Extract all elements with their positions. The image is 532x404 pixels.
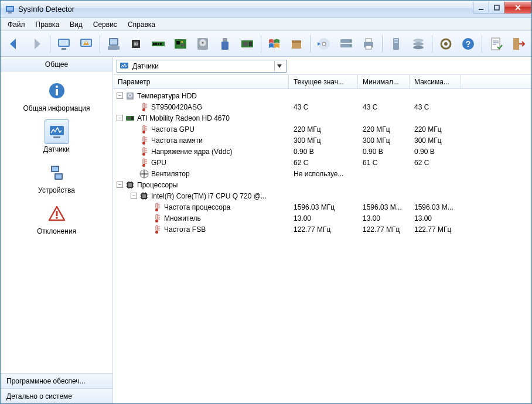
cell-max: 1596.03 М... bbox=[410, 203, 461, 211]
menu-help[interactable]: Справка bbox=[123, 19, 160, 30]
tree-group[interactable]: −Процессоры bbox=[113, 179, 531, 190]
tree-item[interactable]: Частота GPU220 МГц220 МГц220 МГц bbox=[113, 124, 531, 135]
tree-item[interactable]: Множитель13.0013.0013.00 bbox=[113, 213, 531, 224]
cell-cur: 122.77 МГц bbox=[289, 225, 358, 234]
tool-stack-icon[interactable] bbox=[408, 33, 428, 54]
tool-hdd-icon[interactable] bbox=[193, 33, 213, 54]
cell-max: 62 C bbox=[410, 159, 461, 167]
toggle-collapse[interactable]: − bbox=[117, 115, 123, 121]
svg-point-41 bbox=[350, 45, 351, 46]
tool-computer-icon[interactable] bbox=[104, 33, 124, 54]
tree-item[interactable]: Частота процессора1596.03 МГц1596.03 М..… bbox=[113, 201, 531, 213]
menu-service[interactable]: Сервис bbox=[88, 19, 122, 30]
sensor-tree[interactable]: −Температура HDDST9500420ASG43 C43 C43 C… bbox=[113, 89, 531, 403]
tree-group[interactable]: −ATI Mobility Radeon HD 4670 bbox=[113, 112, 531, 124]
cell-cur: 300 МГц bbox=[289, 136, 358, 145]
svg-point-71 bbox=[129, 95, 131, 96]
maximize-button[interactable] bbox=[489, 2, 505, 13]
toggle-collapse[interactable]: − bbox=[117, 182, 123, 188]
tool-cd-icon[interactable] bbox=[314, 33, 334, 54]
sidebar-item-devices[interactable]: Устройства bbox=[1, 158, 112, 198]
svg-rect-19 bbox=[155, 43, 157, 45]
toolbar-separator bbox=[382, 35, 383, 53]
tool-drives-icon[interactable] bbox=[336, 33, 356, 54]
cpu-icon bbox=[139, 191, 149, 201]
menu-file[interactable]: Файл bbox=[3, 19, 30, 30]
svg-rect-23 bbox=[176, 41, 180, 44]
menu-view[interactable]: Вид bbox=[65, 19, 87, 30]
tool-settings-icon[interactable] bbox=[436, 33, 456, 54]
tool-windows-icon[interactable] bbox=[264, 33, 284, 54]
cell-max: 220 МГц bbox=[410, 125, 461, 133]
tool-printers-icon[interactable] bbox=[359, 33, 378, 54]
svg-rect-10 bbox=[86, 42, 87, 43]
tree-item[interactable]: ВентиляторНе используе... bbox=[113, 168, 531, 179]
hdd-icon bbox=[125, 91, 135, 101]
row-label: Процессоры bbox=[137, 181, 178, 189]
minimize-button[interactable] bbox=[473, 2, 489, 13]
tree-group[interactable]: −Температура HDD bbox=[113, 90, 531, 101]
tool-server-icon[interactable] bbox=[386, 33, 406, 54]
tree-item[interactable]: ST9500420ASG43 C43 C43 C bbox=[113, 101, 531, 112]
tool-board-icon[interactable] bbox=[170, 33, 190, 54]
sidebar-footer-details[interactable]: Детально о системе bbox=[1, 388, 112, 403]
column-current[interactable]: Текущее знач... bbox=[289, 75, 358, 88]
svg-rect-91 bbox=[156, 203, 158, 209]
cell-max: 300 МГц bbox=[410, 136, 461, 145]
svg-rect-20 bbox=[158, 43, 159, 45]
svg-point-86 bbox=[144, 173, 145, 174]
column-param[interactable]: Параметр bbox=[113, 75, 289, 88]
toggle-collapse[interactable]: − bbox=[117, 93, 123, 99]
column-min[interactable]: Минимал... bbox=[358, 75, 410, 88]
sidebar-item-deviations[interactable]: Отклонения bbox=[1, 199, 112, 239]
column-max[interactable]: Максима... bbox=[410, 75, 461, 88]
sidebar-header: Общее bbox=[1, 57, 112, 71]
svg-rect-2 bbox=[8, 12, 12, 13]
temp-icon bbox=[139, 125, 149, 134]
svg-point-28 bbox=[202, 42, 203, 43]
sidebar-item-sensors[interactable]: Датчики bbox=[1, 117, 112, 157]
sensors-icon bbox=[47, 122, 66, 141]
svg-rect-83 bbox=[143, 159, 145, 165]
close-button[interactable] bbox=[504, 2, 531, 13]
tool-help-icon[interactable]: ? bbox=[458, 33, 478, 54]
temp-icon bbox=[152, 225, 162, 234]
tree-group[interactable]: −Intel(R) Core(TM) i7 CPU Q 720 @... bbox=[113, 190, 531, 201]
svg-rect-93 bbox=[156, 214, 158, 220]
svg-rect-3 bbox=[479, 9, 483, 10]
menu-edit[interactable]: Правка bbox=[31, 19, 64, 30]
toolbar-separator bbox=[261, 35, 261, 53]
category-combo[interactable]: Датчики bbox=[117, 60, 287, 73]
toolbar-separator bbox=[482, 35, 482, 53]
tree-item[interactable]: Частота памяти300 МГц300 МГц300 МГц bbox=[113, 135, 531, 146]
cell-cur: 220 МГц bbox=[289, 125, 358, 133]
tool-usb-icon[interactable] bbox=[215, 33, 235, 54]
tree-item[interactable]: Частота FSB122.77 МГц122.77 МГц122.77 МГ… bbox=[113, 224, 531, 235]
back-button[interactable] bbox=[4, 33, 24, 54]
tree-item[interactable]: GPU62 C61 C62 C bbox=[113, 157, 531, 168]
tool-gpu-icon[interactable] bbox=[237, 33, 257, 54]
sidebar-item-general-info[interactable]: Общая информация bbox=[1, 76, 112, 116]
tool-monitor-icon[interactable] bbox=[54, 33, 74, 54]
row-label: Множитель bbox=[164, 214, 201, 222]
row-label: ST9500420ASG bbox=[151, 103, 202, 111]
tool-package-icon[interactable] bbox=[287, 33, 306, 54]
toggle-collapse[interactable]: − bbox=[131, 193, 137, 199]
svg-rect-61 bbox=[53, 136, 60, 138]
app-icon bbox=[5, 5, 15, 14]
tool-chip-icon[interactable]: ID bbox=[126, 33, 146, 54]
chevron-down-icon bbox=[274, 61, 284, 71]
cell-min: 0.90 В bbox=[358, 148, 410, 156]
svg-rect-18 bbox=[153, 43, 155, 45]
tool-report-icon[interactable] bbox=[486, 33, 506, 54]
svg-point-75 bbox=[128, 117, 131, 119]
tool-warning-monitor-icon[interactable] bbox=[76, 33, 96, 54]
svg-rect-25 bbox=[181, 44, 185, 46]
tree-item[interactable]: Напряжение ядра (Vddc)0.90 В0.90 В0.90 В bbox=[113, 146, 531, 157]
tool-exit-icon[interactable] bbox=[508, 33, 528, 54]
sidebar-footer-software[interactable]: Программное обеспеч... bbox=[1, 373, 112, 388]
sidebar-items: Общая информация Датчики Устройства Откл… bbox=[1, 71, 112, 373]
forward-button[interactable] bbox=[26, 33, 46, 54]
tool-ram-icon[interactable] bbox=[148, 33, 168, 54]
svg-rect-95 bbox=[156, 225, 158, 231]
